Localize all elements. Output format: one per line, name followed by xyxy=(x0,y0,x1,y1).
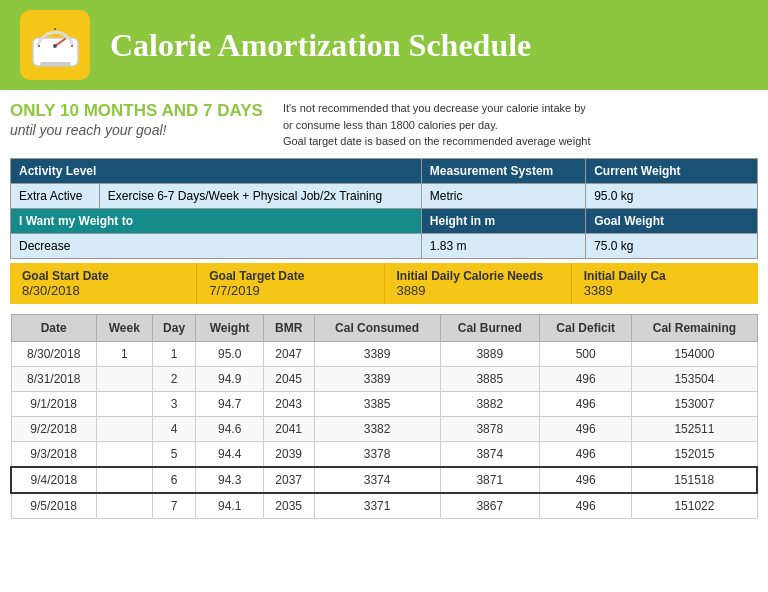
table-cell: 9/3/2018 xyxy=(11,441,96,467)
notice-line2: or consume less than 1800 calories per d… xyxy=(283,117,758,134)
schedule-table: Date Week Day Weight BMR Cal Consumed Ca… xyxy=(10,314,758,519)
table-cell: 94.7 xyxy=(196,391,263,416)
table-cell: 3378 xyxy=(314,441,440,467)
table-cell: 1 xyxy=(152,341,196,366)
info-tables-container: Activity Level Measurement System Curren… xyxy=(0,158,768,263)
initial-cal-label: Initial Daily Ca xyxy=(584,269,746,283)
goal-start-cell: Goal Start Date 8/30/2018 xyxy=(10,263,197,304)
table-cell: 3389 xyxy=(314,341,440,366)
week-header: Week xyxy=(96,314,152,341)
table-cell xyxy=(96,441,152,467)
table-cell: 94.1 xyxy=(196,493,263,519)
table-cell: 3382 xyxy=(314,416,440,441)
table-cell: 2045 xyxy=(263,366,314,391)
table-cell: 151022 xyxy=(632,493,757,519)
table-cell: 95.0 xyxy=(196,341,263,366)
goal-bar: Goal Start Date 8/30/2018 Goal Target Da… xyxy=(10,263,758,304)
table-cell: 3385 xyxy=(314,391,440,416)
table-cell: 6 xyxy=(152,467,196,493)
initial-cal-cell: Initial Daily Ca 3389 xyxy=(572,263,758,304)
table-cell: 9/5/2018 xyxy=(11,493,96,519)
table-cell: 3374 xyxy=(314,467,440,493)
table-cell: 2037 xyxy=(263,467,314,493)
table-cell xyxy=(96,366,152,391)
table-cell: 496 xyxy=(539,366,631,391)
table-cell: 3885 xyxy=(440,366,539,391)
height-m-td: 1.83 m xyxy=(421,233,585,258)
table-row: 9/3/2018594.4203933783874496152015 xyxy=(11,441,757,467)
notice-line1: It's not recommended that you decrease y… xyxy=(283,100,758,117)
table-cell: 3878 xyxy=(440,416,539,441)
svg-point-2 xyxy=(53,44,57,48)
table-cell: 496 xyxy=(539,441,631,467)
cal-burned-header: Cal Burned xyxy=(440,314,539,341)
page-header: Calorie Amortization Schedule xyxy=(0,0,768,90)
table-cell xyxy=(96,493,152,519)
table-cell: 3882 xyxy=(440,391,539,416)
table-cell: 153007 xyxy=(632,391,757,416)
notice-line3: Goal target date is based on the recomme… xyxy=(283,133,758,150)
initial-cal-value: 3389 xyxy=(584,283,746,298)
table-cell: 3867 xyxy=(440,493,539,519)
page-title: Calorie Amortization Schedule xyxy=(110,27,531,64)
measurement-td: Metric xyxy=(421,183,585,208)
table-cell: 2039 xyxy=(263,441,314,467)
table-cell: 4 xyxy=(152,416,196,441)
measurement-system-th: Measurement System xyxy=(421,158,585,183)
height-m-th: Height in m xyxy=(421,208,585,233)
goal-target-label: Goal Target Date xyxy=(209,269,371,283)
table-row: 8/30/20181195.0204733893889500154000 xyxy=(11,341,757,366)
countdown-section: ONLY 10 MONTHS AND 7 DAYS until you reac… xyxy=(10,100,263,150)
table-cell: 154000 xyxy=(632,341,757,366)
table-cell: 1 xyxy=(96,341,152,366)
table-cell: 2 xyxy=(152,366,196,391)
table-cell: 94.6 xyxy=(196,416,263,441)
table-cell: 152511 xyxy=(632,416,757,441)
table-cell: 2035 xyxy=(263,493,314,519)
table-row: 9/4/2018694.3203733743871496151518 xyxy=(11,467,757,493)
table-cell: 9/1/2018 xyxy=(11,391,96,416)
table-cell: 3871 xyxy=(440,467,539,493)
goal-start-value: 8/30/2018 xyxy=(22,283,184,298)
table-cell: 500 xyxy=(539,341,631,366)
daily-cal-label: Initial Daily Calorie Needs xyxy=(397,269,559,283)
table-cell: 7 xyxy=(152,493,196,519)
cal-remaining-header: Cal Remaining xyxy=(632,314,757,341)
table-cell: 3389 xyxy=(314,366,440,391)
table-row: 9/5/2018794.1203533713867496151022 xyxy=(11,493,757,519)
table-cell: 8/31/2018 xyxy=(11,366,96,391)
table-cell: 153504 xyxy=(632,366,757,391)
table-cell: 2041 xyxy=(263,416,314,441)
goal-weight-td: 75.0 kg xyxy=(586,233,758,258)
cal-consumed-header: Cal Consumed xyxy=(314,314,440,341)
table-cell: 94.3 xyxy=(196,467,263,493)
logo-icon xyxy=(20,10,90,80)
bmr-header: BMR xyxy=(263,314,314,341)
table-cell: 94.4 xyxy=(196,441,263,467)
table-cell: 151518 xyxy=(632,467,757,493)
table-row: 9/1/2018394.7204333853882496153007 xyxy=(11,391,757,416)
table-cell: 496 xyxy=(539,416,631,441)
table-cell: 496 xyxy=(539,493,631,519)
table-cell xyxy=(96,391,152,416)
table-cell: 2043 xyxy=(263,391,314,416)
table-cell: 94.9 xyxy=(196,366,263,391)
day-header: Day xyxy=(152,314,196,341)
table-cell: 496 xyxy=(539,391,631,416)
table-cell: 3874 xyxy=(440,441,539,467)
weight-direction-td: Decrease xyxy=(11,233,422,258)
goal-target-value: 7/7/2019 xyxy=(209,283,371,298)
table-cell: 3 xyxy=(152,391,196,416)
table-cell xyxy=(96,416,152,441)
activity-level-td: Extra Active xyxy=(11,183,100,208)
countdown-sub: until you reach your goal! xyxy=(10,122,263,138)
activity-desc-td: Exercise 6-7 Days/Week + Physical Job/2x… xyxy=(99,183,421,208)
table-cell: 9/2/2018 xyxy=(11,416,96,441)
table-row: 9/2/2018494.6204133823878496152511 xyxy=(11,416,757,441)
table-row: 8/31/2018294.9204533893885496153504 xyxy=(11,366,757,391)
date-header: Date xyxy=(11,314,96,341)
table-cell: 2047 xyxy=(263,341,314,366)
table-cell: 152015 xyxy=(632,441,757,467)
daily-cal-value: 3889 xyxy=(397,283,559,298)
notice-section: It's not recommended that you decrease y… xyxy=(283,100,758,150)
